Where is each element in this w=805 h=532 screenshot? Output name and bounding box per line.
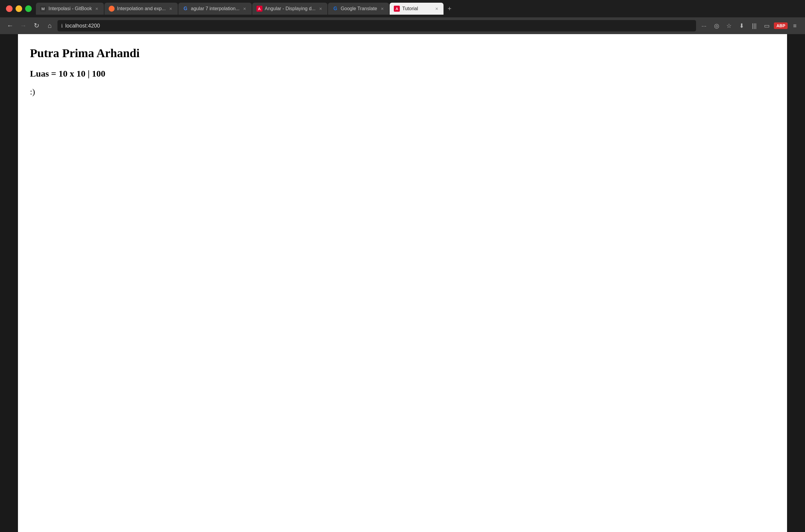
tab-angular7[interactable]: G agular 7 interpolation... ✕ <box>178 3 252 15</box>
tab-tutorial[interactable]: A Tutorial ✕ <box>390 3 443 15</box>
toolbar: ← → ↻ ⌂ ℹ localhost:4200 ··· ◎ ☆ ⬇ ||| ▭… <box>0 17 805 34</box>
home-button[interactable]: ⌂ <box>44 20 55 31</box>
reload-button[interactable]: ↻ <box>31 20 42 31</box>
download-button[interactable]: ⬇ <box>736 20 747 31</box>
abp-button[interactable]: ABP <box>774 22 788 29</box>
bookmark-button[interactable]: ☆ <box>724 20 734 31</box>
address-text: localhost:4200 <box>65 23 692 29</box>
page-content: Putra Prima Arhandi Luas = 10 x 10 | 100… <box>18 34 787 532</box>
tab-favicon-interpolation <box>109 6 115 12</box>
pocket-button[interactable]: ◎ <box>711 20 722 31</box>
page-title: Putra Prima Arhandi <box>30 46 775 60</box>
tab-favicon-angular: A <box>256 6 263 12</box>
tab-close-google-translate[interactable]: ✕ <box>380 6 385 12</box>
more-button[interactable]: ··· <box>698 20 709 31</box>
luas-text: Luas = 10 x 10 | 100 <box>30 69 775 79</box>
tab-favicon-tutorial: A <box>394 6 400 12</box>
forward-button[interactable]: → <box>18 20 29 31</box>
address-bar[interactable]: ℹ localhost:4200 <box>57 20 696 32</box>
tab-angular-displaying[interactable]: A Angular - Displaying d... ✕ <box>252 3 328 15</box>
tab-bar: M Interpolasi - GitBook ✕ Interpolation … <box>0 0 805 17</box>
tab-title-gitbook: Interpolasi - GitBook <box>49 6 92 12</box>
traffic-light-minimize[interactable] <box>16 5 22 12</box>
tab-favicon-gitbook: M <box>40 6 46 12</box>
library-button[interactable]: ||| <box>749 20 760 31</box>
new-tab-button[interactable]: + <box>444 3 455 14</box>
tab-google-translate[interactable]: G Google Translate ✕ <box>328 3 389 15</box>
tab-close-angular7[interactable]: ✕ <box>242 6 248 12</box>
traffic-light-close[interactable] <box>6 5 13 12</box>
tab-title-interpolation: Interpolation and exp... <box>117 6 166 12</box>
tab-title-angular-displaying: Angular - Displaying d... <box>265 6 316 12</box>
sidebar-toggle-button[interactable]: ▭ <box>761 20 772 31</box>
tab-close-angular-displaying[interactable]: ✕ <box>318 6 323 12</box>
traffic-lights <box>2 5 35 12</box>
tab-favicon-translate: G <box>332 6 338 12</box>
tab-close-interpolation[interactable]: ✕ <box>168 6 174 12</box>
tab-interpolation[interactable]: Interpolation and exp... ✕ <box>104 3 178 15</box>
tab-close-tutorial[interactable]: ✕ <box>434 6 439 12</box>
tab-interpolasi-gitbook[interactable]: M Interpolasi - GitBook ✕ <box>36 3 104 15</box>
tab-title-google-translate: Google Translate <box>341 6 377 12</box>
toolbar-actions: ··· ◎ ☆ ⬇ ||| ▭ ABP ≡ <box>698 20 800 31</box>
back-button[interactable]: ← <box>5 20 16 31</box>
tab-favicon-google: G <box>183 6 189 12</box>
tab-close-gitbook[interactable]: ✕ <box>94 6 100 12</box>
security-icon: ℹ <box>61 23 63 29</box>
menu-button[interactable]: ≡ <box>789 20 800 31</box>
tab-title-tutorial: Tutorial <box>402 6 432 12</box>
browser-chrome: M Interpolasi - GitBook ✕ Interpolation … <box>0 0 805 34</box>
smiley-text: :) <box>30 87 775 97</box>
tab-title-angular7: agular 7 interpolation... <box>191 6 240 12</box>
traffic-light-maximize[interactable] <box>25 5 32 12</box>
